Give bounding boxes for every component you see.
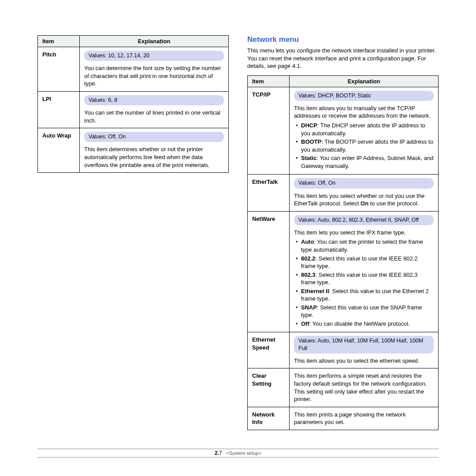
item-explanation: Values: Off, On This item lets you selec… (290, 175, 439, 211)
table-row: Clear Setting This item performs a simpl… (248, 368, 439, 407)
left-column: Item Explanation Pitch Values: 10, 12, 1… (37, 35, 229, 430)
values-pill: Values: 10, 12, 17.14, 20 (84, 51, 224, 61)
page-number: 7 (219, 450, 222, 456)
values-pill: Values: Off, On (294, 178, 434, 188)
table-row: TCP/IP Values: DHCP, BOOTP, Static This … (248, 87, 439, 175)
item-desc: You can set the number of lines printed … (84, 109, 220, 124)
header-explanation: Explanation (80, 36, 229, 47)
item-name: TCP/IP (248, 87, 290, 175)
section-intro: This menu lets you configure the network… (247, 47, 439, 70)
item-explanation: This item performs a simple reset and re… (290, 368, 439, 407)
list-item: 802.2: Select this value to use the IEEE… (296, 255, 434, 270)
list-item: Off: You can disable the NetWare protoco… (296, 320, 434, 328)
item-desc: This item allows you to select the ether… (294, 357, 420, 364)
item-name: EtherTalk (248, 175, 290, 211)
item-explanation: Values: 6, 8 You can set the number of l… (80, 91, 229, 128)
list-item: Auto: You can set the printer to select … (296, 238, 434, 253)
table-row: Ethernet Speed Values: Auto, 10M Half, 1… (248, 332, 439, 368)
values-pill: Values: 6, 8 (84, 95, 224, 105)
table-row: Pitch Values: 10, 12, 17.14, 20 You can … (38, 47, 229, 92)
header-explanation: Explanation (290, 75, 439, 87)
list-item: DHCP: The DHCP server allots the IP addr… (296, 122, 434, 137)
list-item: 802.3: Select this value to use the IEEE… (296, 271, 434, 286)
item-explanation: Values: DHCP, BOOTP, Static This item al… (290, 87, 439, 175)
section-title: Network menu (247, 35, 439, 44)
item-name: Pitch (38, 47, 80, 92)
table-row: Network Info This item prints a page sho… (248, 407, 439, 430)
values-pill: Values: Auto, 10M Half, 10M Full, 100M H… (294, 336, 434, 353)
bullet-list: DHCP: The DHCP server allots the IP addr… (294, 122, 434, 170)
table-header-row: Item Explanation (248, 75, 439, 87)
page-content: Item Explanation Pitch Values: 10, 12, 1… (37, 35, 439, 430)
item-explanation: Values: Auto, 802.2, 802.3, Ethernet II,… (290, 211, 439, 332)
item-name: Clear Setting (248, 368, 290, 407)
item-desc: This item prints a page showing the netw… (294, 411, 406, 426)
page-number-section: 2. (215, 450, 219, 456)
item-name: Ethernet Speed (248, 332, 290, 368)
left-table: Item Explanation Pitch Values: 10, 12, 1… (37, 35, 229, 173)
item-explanation: This item prints a page showing the netw… (290, 407, 439, 430)
table-header-row: Item Explanation (38, 36, 229, 47)
list-item: Static: You can enter IP Address, Subnet… (296, 154, 434, 170)
item-desc: This item allows you to manually set the… (294, 104, 434, 120)
list-item: Ethernet II: Select this value to use th… (296, 287, 434, 303)
footer-label: <System setup> (227, 450, 262, 456)
item-desc-bold: On (361, 200, 368, 207)
right-column: Network menu This menu lets you configur… (247, 35, 439, 430)
right-table: Item Explanation TCP/IP Values: DHCP, BO… (247, 75, 439, 430)
item-explanation: Values: Auto, 10M Half, 10M Full, 100M H… (290, 332, 439, 368)
table-row: Auto Wrap Values: Off, On This item dete… (38, 128, 229, 173)
list-item: SNAP: Select this value to use the SNAP … (296, 304, 434, 319)
list-item: BOOTP: The BOOTP server allots the IP ad… (296, 138, 434, 153)
item-desc: You can determine the font size by setti… (84, 65, 221, 87)
header-item: Item (248, 75, 290, 87)
item-desc: This item performs a simple reset and re… (294, 372, 427, 402)
item-name: LPI (38, 91, 80, 128)
item-explanation: Values: 10, 12, 17.14, 20 You can determ… (80, 47, 229, 92)
bullet-list: Auto: You can set the printer to select … (294, 238, 434, 327)
header-item: Item (38, 36, 80, 47)
table-row: EtherTalk Values: Off, On This item lets… (248, 175, 439, 211)
values-pill: Values: Off, On (84, 132, 224, 142)
item-name: NetWare (248, 211, 290, 332)
item-name: Network Info (248, 407, 290, 430)
table-row: LPI Values: 6, 8 You can set the number … (38, 91, 229, 128)
item-desc-post: to use the protocol. (368, 200, 419, 207)
item-desc: This item determines whether or not the … (84, 146, 210, 168)
values-pill: Values: DHCP, BOOTP, Static (294, 91, 434, 101)
item-desc: This item lets you select the IPX frame … (294, 229, 434, 237)
item-explanation: Values: Off, On This item determines whe… (80, 128, 229, 173)
table-row: NetWare Values: Auto, 802.2, 802.3, Ethe… (248, 211, 439, 332)
item-name: Auto Wrap (38, 128, 80, 173)
page-footer: 2.7 <System setup> (37, 449, 439, 457)
values-pill: Values: Auto, 802.2, 802.3, Ethernet II,… (294, 215, 434, 225)
